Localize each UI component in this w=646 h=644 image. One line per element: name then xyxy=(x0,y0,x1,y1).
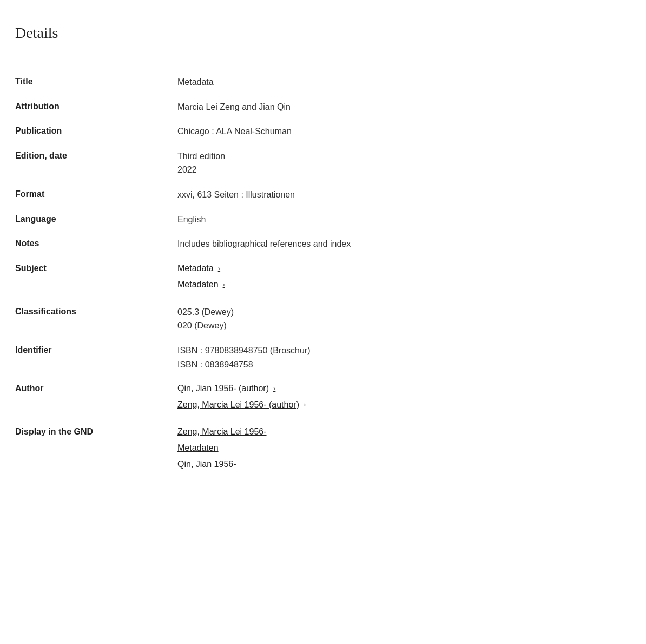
value-text: 025.3 (Dewey) xyxy=(177,305,620,319)
page-container: Details TitleMetadataAttributionMarcia L… xyxy=(0,0,646,644)
value-attribution: Marcia Lei Zeng and Jian Qin xyxy=(177,95,620,120)
chevron-right-icon: › xyxy=(304,399,306,410)
gnd-link[interactable]: Metadaten xyxy=(177,442,219,455)
row-attribution: AttributionMarcia Lei Zeng and Jian Qin xyxy=(15,95,620,120)
value-text: English xyxy=(177,213,620,227)
label-format: Format xyxy=(15,182,177,207)
label-edition-date: Edition, date xyxy=(15,144,177,182)
label-attribution: Attribution xyxy=(15,95,177,120)
label-display-gnd: Display in the GND xyxy=(15,420,177,479)
author-link-block: Zeng, Marcia Lei 1956- (author) › xyxy=(177,398,620,412)
value-notes: Includes bibliographical references and … xyxy=(177,232,620,257)
row-language: LanguageEnglish xyxy=(15,207,620,232)
label-author: Author xyxy=(15,377,177,420)
label-notes: Notes xyxy=(15,232,177,257)
row-classifications: Classifications025.3 (Dewey)020 (Dewey) xyxy=(15,300,620,338)
row-title: TitleMetadata xyxy=(15,70,620,95)
value-text: Third edition xyxy=(177,149,620,163)
value-text: 020 (Dewey) xyxy=(177,319,620,333)
label-subject: Subject xyxy=(15,257,177,300)
label-language: Language xyxy=(15,207,177,232)
row-author: AuthorQin, Jian 1956- (author) ›Zeng, Ma… xyxy=(15,377,620,420)
row-edition-date: Edition, dateThird edition2022 xyxy=(15,144,620,182)
gnd-link-block: Metadaten xyxy=(177,442,620,456)
gnd-link-block: Qin, Jian 1956- xyxy=(177,458,620,472)
value-text: Chicago : ALA Neal-Schuman xyxy=(177,124,620,139)
author-link[interactable]: Qin, Jian 1956- (author) › xyxy=(177,382,275,395)
label-classifications: Classifications xyxy=(15,300,177,338)
value-text: Includes bibliographical references and … xyxy=(177,237,620,251)
value-text: Marcia Lei Zeng and Jian Qin xyxy=(177,100,620,114)
value-text: 2022 xyxy=(177,163,620,177)
value-author: Qin, Jian 1956- (author) ›Zeng, Marcia L… xyxy=(177,377,620,420)
details-table: TitleMetadataAttributionMarcia Lei Zeng … xyxy=(15,70,620,479)
value-text: ISBN : 9780838948750 (Broschur) xyxy=(177,344,620,358)
value-title: Metadata xyxy=(177,70,620,95)
section-title: Details xyxy=(15,22,620,52)
gnd-link-block: Zeng, Marcia Lei 1956- xyxy=(177,425,620,439)
row-notes: NotesIncludes bibliographical references… xyxy=(15,232,620,257)
row-format: Formatxxvi, 613 Seiten : Illustrationen xyxy=(15,182,620,207)
value-publication: Chicago : ALA Neal-Schuman xyxy=(177,119,620,144)
value-text: ISBN : 0838948758 xyxy=(177,358,620,372)
value-edition-date: Third edition2022 xyxy=(177,144,620,182)
row-display-gnd: Display in the GNDZeng, Marcia Lei 1956-… xyxy=(15,420,620,479)
value-text: Metadata xyxy=(177,75,620,89)
chevron-right-icon: › xyxy=(223,279,225,290)
value-language: English xyxy=(177,207,620,232)
author-link-block: Qin, Jian 1956- (author) › xyxy=(177,382,620,396)
chevron-right-icon: › xyxy=(218,263,220,274)
chevron-right-icon: › xyxy=(273,383,275,394)
subject-link[interactable]: Metadata› xyxy=(177,262,220,275)
row-identifier: IdentifierISBN : 9780838948750 (Broschur… xyxy=(15,338,620,377)
value-text: xxvi, 613 Seiten : Illustrationen xyxy=(177,188,620,202)
value-display-gnd: Zeng, Marcia Lei 1956-MetadatenQin, Jian… xyxy=(177,420,620,479)
author-link[interactable]: Zeng, Marcia Lei 1956- (author) › xyxy=(177,398,306,411)
value-classifications: 025.3 (Dewey)020 (Dewey) xyxy=(177,300,620,338)
subject-link-block: Metadaten› xyxy=(177,278,620,292)
value-format: xxvi, 613 Seiten : Illustrationen xyxy=(177,182,620,207)
value-subject: Metadata›Metadaten› xyxy=(177,257,620,300)
label-publication: Publication xyxy=(15,119,177,144)
row-publication: PublicationChicago : ALA Neal-Schuman xyxy=(15,119,620,144)
gnd-link[interactable]: Zeng, Marcia Lei 1956- xyxy=(177,425,267,438)
subject-link[interactable]: Metadaten› xyxy=(177,278,225,291)
label-title: Title xyxy=(15,70,177,95)
subject-link-block: Metadata› xyxy=(177,262,620,276)
value-identifier: ISBN : 9780838948750 (Broschur)ISBN : 08… xyxy=(177,338,620,377)
gnd-link[interactable]: Qin, Jian 1956- xyxy=(177,458,236,471)
label-identifier: Identifier xyxy=(15,338,177,377)
row-subject: SubjectMetadata›Metadaten› xyxy=(15,257,620,300)
